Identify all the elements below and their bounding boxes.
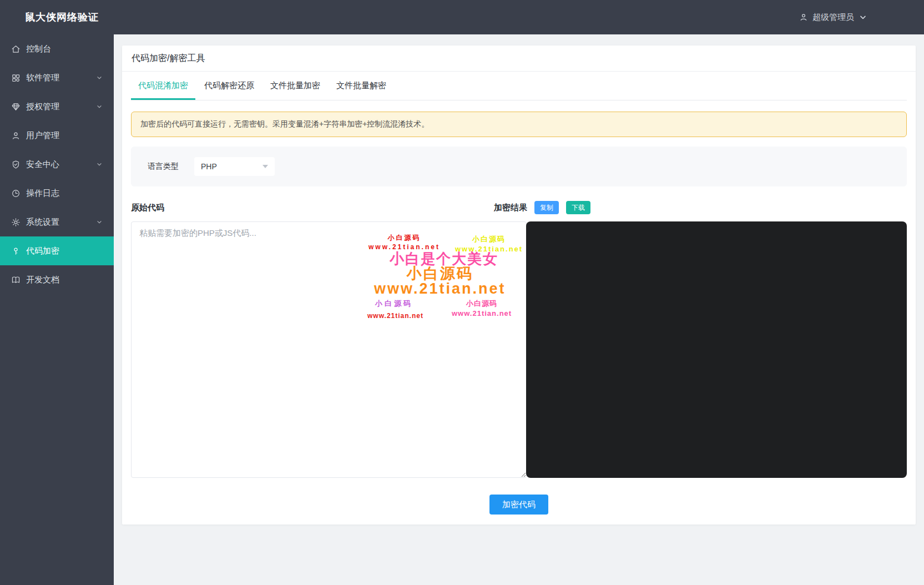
language-bar: 语言类型 PHP <box>131 147 907 186</box>
tab-batch-encrypt[interactable]: 文件批量加密 <box>263 72 327 100</box>
sidebar-item-label: 软件管理 <box>26 73 59 83</box>
result-panel-head: 加密结果 复制 下载 <box>494 201 874 214</box>
sidebar-item-label: 操作日志 <box>26 188 59 199</box>
tabs-bar: 代码混淆加密 代码解密还原 文件批量加密 文件批量解密 <box>131 72 907 100</box>
gear-icon <box>11 218 21 227</box>
source-title: 原始代码 <box>131 203 164 213</box>
download-button[interactable]: 下载 <box>566 201 590 214</box>
top-bar: 鼠大侠网络验证 超级管理员 <box>0 0 924 34</box>
app-title: 鼠大侠网络验证 <box>25 0 99 34</box>
footer-actions: 加密代码 <box>122 495 916 515</box>
user-menu-label: 超级管理员 <box>812 12 854 23</box>
source-panel-head: 原始代码 <box>131 201 527 214</box>
home-icon <box>11 44 21 54</box>
tab-decrypt-restore[interactable]: 代码解密还原 <box>197 72 261 100</box>
language-select-value: PHP <box>201 162 217 171</box>
result-column: 加密结果 复制 下载 <box>527 201 907 478</box>
sidebar-item-label: 代码加密 <box>26 246 59 256</box>
sidebar-item-settings[interactable]: 系统设置 <box>0 208 114 236</box>
sidebar-item-users[interactable]: 用户管理 <box>0 121 114 150</box>
editors-area: 原始代码 加密结果 复制 下载 <box>131 201 907 478</box>
sidebar: 控制台 软件管理 授权管理 用户管理 安全中心 操作日志 系统设置 代码加密 开… <box>0 34 114 585</box>
sidebar-item-dashboard[interactable]: 控制台 <box>0 34 114 63</box>
gem-icon <box>11 102 21 112</box>
encrypted-result-output <box>526 221 907 478</box>
sidebar-item-security[interactable]: 安全中心 <box>0 150 114 179</box>
sidebar-item-license[interactable]: 授权管理 <box>0 92 114 121</box>
chevron-down-icon <box>262 165 268 168</box>
key-icon <box>11 246 21 256</box>
sidebar-item-label: 控制台 <box>26 44 51 54</box>
user-icon <box>799 13 808 22</box>
shield-icon <box>11 160 21 169</box>
sidebar-item-label: 授权管理 <box>26 102 59 112</box>
book-icon <box>11 275 21 285</box>
apps-icon <box>11 73 21 83</box>
chevron-down-icon <box>96 103 103 110</box>
sidebar-item-label: 安全中心 <box>26 159 59 170</box>
language-select[interactable]: PHP <box>194 157 275 176</box>
tab-batch-decrypt[interactable]: 文件批量解密 <box>329 72 393 100</box>
code-tool-card: 代码加密/解密工具 代码混淆加密 代码解密还原 文件批量加密 文件批量解密 加密… <box>122 46 916 525</box>
sidebar-item-label: 开发文档 <box>26 275 59 285</box>
sidebar-item-code-encrypt[interactable]: 代码加密 <box>0 236 114 265</box>
source-column: 原始代码 <box>131 201 527 478</box>
encrypt-button[interactable]: 加密代码 <box>489 495 548 515</box>
sidebar-item-software[interactable]: 软件管理 <box>0 63 114 92</box>
page-title: 代码加密/解密工具 <box>122 46 916 72</box>
tab-obfuscate-encrypt[interactable]: 代码混淆加密 <box>131 72 195 100</box>
result-title: 加密结果 <box>494 203 527 213</box>
sidebar-item-label: 系统设置 <box>26 217 59 228</box>
chevron-down-icon <box>96 161 103 168</box>
language-label: 语言类型 <box>148 162 179 172</box>
clock-icon <box>11 189 21 198</box>
chevron-down-icon <box>96 74 103 81</box>
info-alert: 加密后的代码可直接运行，无需密钥。采用变量混淆+字符串加密+控制流混淆技术。 <box>131 112 907 137</box>
sidebar-item-logs[interactable]: 操作日志 <box>0 179 114 208</box>
sidebar-item-docs[interactable]: 开发文档 <box>0 265 114 294</box>
user-menu[interactable]: 超级管理员 <box>799 0 867 34</box>
copy-button[interactable]: 复制 <box>534 201 559 214</box>
chevron-down-icon <box>96 219 103 225</box>
chevron-down-icon <box>859 13 867 22</box>
source-code-input[interactable] <box>131 221 527 478</box>
user-icon <box>11 131 21 140</box>
sidebar-item-label: 用户管理 <box>26 130 59 141</box>
